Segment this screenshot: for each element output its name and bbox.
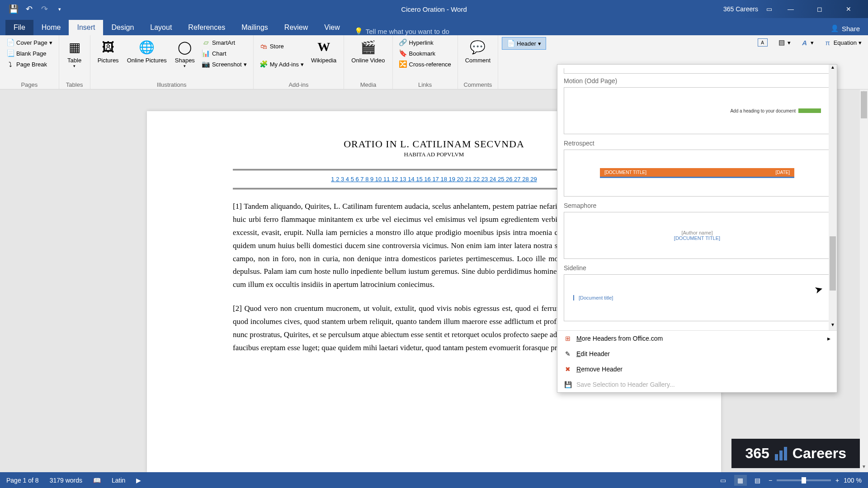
store-icon: 🛍 [260,42,268,50]
blank-page-button[interactable]: 📃Blank Page [4,48,55,59]
ribbon-group-media: 🎬Online Video Media [344,35,392,89]
header-icon: 📄 [507,39,515,47]
wikipedia-button[interactable]: WWikipedia [307,37,340,66]
hyperlink-button[interactable]: 🔗Hyperlink [396,37,454,48]
document-scrollbar[interactable]: ▲ ▼ [860,89,868,472]
customize-qa-icon[interactable]: ▾ [55,5,64,14]
wikipedia-icon: W [316,39,332,55]
page-indicator[interactable]: Page 1 of 8 [6,477,39,484]
status-bar: Page 1 of 8 3179 words 📖 Latin ▶ ▭ ▦ ▤ −… [0,472,868,488]
shapes-button[interactable]: ◯Shapes▾ [171,37,198,70]
print-layout-button[interactable]: ▦ [734,475,747,486]
spell-check-icon[interactable]: 📖 [93,477,101,484]
remove-header-menuitem[interactable]: ✖Remove Header [557,361,837,377]
redo-icon[interactable]: ↷ [40,5,49,14]
pictures-button[interactable]: 🖼Pictures [94,37,123,66]
zoom-slider[interactable] [777,479,831,481]
gallery-item-motion[interactable]: Add a heading to your document [564,87,830,134]
scroll-down-icon[interactable]: ▼ [860,464,868,472]
tab-mailings[interactable]: Mailings [233,20,276,35]
word-count[interactable]: 3179 words [50,477,82,484]
header-button[interactable]: 📄Header ▾ [502,37,546,50]
wordart-button[interactable]: A▾ [798,37,816,48]
save-to-gallery-menuitem: 💾Save Selection to Header Gallery... [557,377,837,392]
product-badge: 365 Careers [723,5,758,13]
bars-icon [775,447,787,460]
chart-icon: 📊 [202,49,210,57]
online-video-button[interactable]: 🎬Online Video [348,37,388,66]
ribbon-group-tables: ▦Table▾ Tables [59,35,90,89]
addins-icon: 🧩 [260,60,268,68]
gallery-label-motion: Motion (Odd Page) [564,77,830,84]
brand-watermark: 365 Careers [731,439,860,468]
zoom-out-button[interactable]: − [769,477,772,484]
tell-me-search[interactable]: 💡 Tell me what you want to do [348,27,822,35]
chart-button[interactable]: 📊Chart [199,48,250,59]
quickparts-icon: ▤ [778,38,786,47]
comment-button[interactable]: 💬Comment [462,37,494,66]
group-label-media: Media [348,81,388,89]
gallery-scroll-down-icon[interactable]: ▼ [829,322,837,330]
gallery-item-retrospect[interactable]: [DOCUMENT TITLE][DATE] [564,150,830,197]
my-addins-button[interactable]: 🧩My Add-ins ▾ [257,59,307,70]
group-label-illustrations: Illustrations [94,81,250,89]
tab-review[interactable]: Review [276,20,316,35]
gallery-item-semaphore[interactable]: [Author name][DOCUMENT TITLE] [564,212,830,259]
zoom-in-button[interactable]: + [835,477,839,484]
header-dropdown: Motion (Odd Page) Add a heading to your … [557,64,837,393]
bookmark-button[interactable]: 🔖Bookmark [396,48,454,59]
cover-page-button[interactable]: 📄Cover Page ▾ [4,37,55,48]
close-button[interactable]: ✕ [838,0,859,18]
online-pictures-button[interactable]: 🌐Online Pictures [123,37,170,66]
crossref-icon: 🔀 [399,60,407,68]
title-bar: 💾 ↶ ↷ ▾ Cicero Oration - Word 365 Career… [0,0,868,18]
ribbon-group-pages: 📄Cover Page ▾ 📃Blank Page ⤵Page Break Pa… [0,35,59,89]
quick-parts-button[interactable]: ▤▾ [775,37,793,48]
gallery-scroll-up-icon[interactable]: ▲ [829,65,837,73]
header-gallery: Motion (Odd Page) Add a heading to your … [557,65,837,330]
save-icon[interactable]: 💾 [9,5,18,14]
screenshot-button[interactable]: 📷Screenshot ▾ [199,59,250,70]
gallery-scrollbar[interactable]: ▲ ▼ [829,65,837,330]
gallery-scroll-thumb[interactable] [830,236,836,291]
menu-bar: File Home Insert Design Layout Reference… [0,18,868,35]
page-break-button[interactable]: ⤵Page Break [4,59,55,70]
scroll-thumb[interactable] [861,91,867,118]
cross-reference-button[interactable]: 🔀Cross-reference [396,59,454,70]
language-indicator[interactable]: Latin [112,477,125,484]
gallery-item-sideline[interactable]: [Document title] [564,274,830,321]
ribbon-group-illustrations: 🖼Pictures 🌐Online Pictures ◯Shapes▾ ▱Sma… [90,35,254,89]
read-mode-button[interactable]: ▭ [717,475,730,486]
textbox-button[interactable]: A [755,37,770,48]
shapes-icon: ◯ [177,39,193,55]
gallery-item-partial[interactable] [564,68,830,74]
smartart-icon: ▱ [202,38,210,47]
zoom-handle[interactable] [802,477,806,483]
tab-insert[interactable]: Insert [69,20,103,35]
tab-layout[interactable]: Layout [142,20,180,35]
share-button[interactable]: 👤 Share [822,22,868,35]
edit-header-menuitem[interactable]: ✎Edit Header [557,346,837,361]
tab-file[interactable]: File [5,20,33,35]
store-button[interactable]: 🛍Store [257,41,307,52]
web-layout-button[interactable]: ▤ [751,475,764,486]
ribbon-display-icon[interactable]: ▭ [766,5,772,13]
group-label-comments: Comments [462,81,494,89]
tab-references[interactable]: References [180,20,233,35]
tab-design[interactable]: Design [103,20,142,35]
edit-icon: ✎ [564,350,572,358]
macro-icon[interactable]: ▶ [136,477,141,484]
tab-view[interactable]: View [316,20,348,35]
zoom-level[interactable]: 100 % [844,477,862,484]
window-title: Cicero Oration - Word [401,5,467,13]
undo-icon[interactable]: ↶ [24,5,33,14]
tab-home[interactable]: Home [33,20,69,35]
group-label-links: Links [396,81,454,89]
more-headers-menuitem[interactable]: ⊞More Headers from Office.com▸ [557,331,837,346]
minimize-button[interactable]: — [780,0,801,18]
table-button[interactable]: ▦Table▾ [63,37,86,70]
equation-button[interactable]: πEquation ▾ [821,37,864,48]
maximize-button[interactable]: ◻ [809,0,830,18]
pictures-icon: 🖼 [100,39,116,55]
smartart-button[interactable]: ▱SmartArt [199,37,250,48]
